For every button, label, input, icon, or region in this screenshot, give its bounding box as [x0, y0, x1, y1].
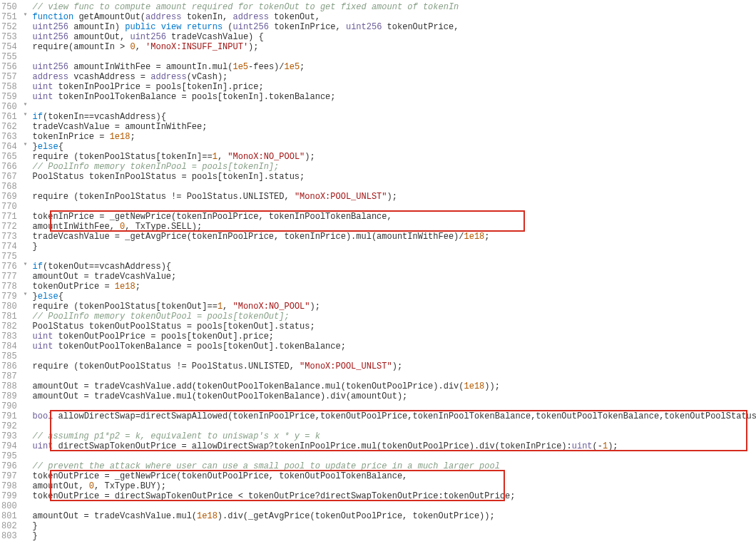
fold-marker[interactable]: ▾ [21, 289, 30, 299]
line-number: 782 [1, 321, 17, 331]
code-line[interactable] [33, 401, 756, 411]
token-plain: ; [300, 62, 305, 72]
code-line[interactable] [33, 451, 756, 461]
code-line[interactable]: // PoolInfo memory tokenInPool = pools[t… [33, 161, 756, 171]
line-number: 763 [1, 131, 17, 141]
fold-marker[interactable]: ▾ [21, 10, 30, 20]
code-line[interactable]: }else{ [33, 291, 756, 301]
line-number: 778 [1, 281, 17, 291]
token-number: 1e5 [285, 62, 300, 72]
fold-marker [21, 180, 30, 190]
token-string: 'MonoX:INSUFF_INPUT' [145, 42, 248, 52]
code-line[interactable]: uint tokenInPoolTokenBalance = pools[tok… [33, 91, 756, 101]
token-plain: tokenOut, [269, 12, 320, 22]
line-number: 766 [1, 161, 17, 171]
fold-marker[interactable]: ▾ [21, 110, 30, 120]
token-string: "MonoX:NO_POOL" [233, 302, 310, 312]
code-line[interactable] [33, 251, 756, 261]
code-line[interactable]: }else{ [33, 141, 756, 151]
token-plain: tokenOutPoolTokenBalance = pools[tokenOu… [53, 342, 345, 351]
line-number: 750 [1, 1, 17, 11]
code-line[interactable]: tradeVcashValue = amountInWithFee; [33, 121, 756, 131]
code-line[interactable]: function getAmountOut(address tokenIn, a… [33, 11, 756, 21]
line-number: 760 [1, 101, 17, 111]
token-plain: tradeVcashValue = _getAvgPrice(tokenInPo… [33, 232, 464, 242]
token-comment: // PoolInfo memory tokenInPool = pools[t… [33, 162, 280, 172]
code-line[interactable]: } [33, 520, 756, 530]
line-number: 791 [1, 411, 17, 421]
token-keyword: else [38, 292, 58, 302]
code-line[interactable]: uint256 amountOut, uint256 tradeVcashVal… [33, 31, 756, 41]
token-keyword: function [33, 12, 74, 22]
code-line[interactable]: } [33, 241, 756, 251]
code-line[interactable] [33, 181, 756, 191]
code-line[interactable]: amountOut = tradeVcashValue.add(tokenOut… [33, 381, 756, 391]
token-plain: (tokenOut==vcashAddress){ [43, 262, 171, 272]
line-number: 752 [1, 21, 17, 31]
code-line[interactable]: uint256 amountIn) public view returns (u… [33, 21, 756, 31]
code-line[interactable]: } [33, 530, 756, 540]
code-line[interactable]: amountInWithFee, 0, TxType.SELL); [33, 221, 756, 231]
code-line[interactable]: tokenOutPrice = directSwapTokenOutPrice … [33, 491, 756, 501]
token-type: uint256 [346, 22, 382, 32]
fold-marker [21, 30, 30, 40]
code-line[interactable]: if(tokenOut==vcashAddress){ [33, 261, 756, 271]
token-plain: tokenOutPoolPrice = pools[tokenOut].pric… [53, 332, 274, 342]
code-line[interactable]: tradeVcashValue = _getAvgPrice(tokenInPo… [33, 231, 756, 241]
fold-marker [21, 489, 30, 499]
line-number: 801 [1, 510, 17, 520]
code-area[interactable]: // view func to compute amount required … [30, 0, 756, 542]
code-line[interactable] [33, 101, 756, 111]
fold-marker[interactable]: ▾ [21, 260, 30, 270]
code-line[interactable]: uint tokenOutPoolPrice = pools[tokenOut]… [33, 331, 756, 341]
code-line[interactable]: // view func to compute amount required … [33, 1, 756, 11]
code-line[interactable]: bool allowDirectSwap=directSwapAllowed(t… [33, 411, 756, 421]
code-line[interactable]: uint directSwapTokenOutPrice = allowDire… [33, 441, 756, 451]
code-line[interactable] [33, 371, 756, 381]
fold-marker [21, 170, 30, 180]
code-line[interactable]: amountOut = tradeVcashValue.mul(1e18).di… [33, 510, 756, 520]
code-line[interactable]: PoolStatus tokenInPoolStatus = pools[tok… [33, 171, 756, 181]
code-line[interactable]: require (tokenPoolStatus[tokenIn]==1, "M… [33, 151, 756, 161]
code-line[interactable] [33, 421, 756, 431]
fold-marker[interactable]: ▾ [21, 100, 30, 110]
code-line[interactable]: require (tokenPoolStatus[tokenOut]==1, "… [33, 301, 756, 311]
code-line[interactable] [33, 501, 756, 510]
fold-marker [21, 220, 30, 230]
code-line[interactable]: require(amountIn > 0, 'MonoX:INSUFF_INPU… [33, 41, 756, 51]
code-line[interactable]: PoolStatus tokenOutPoolStatus = pools[to… [33, 321, 756, 331]
token-plain: } [33, 531, 38, 541]
code-line[interactable]: uint tokenOutPoolTokenBalance = pools[to… [33, 341, 756, 351]
code-line[interactable]: amountOut, 0, TxType.BUY); [33, 481, 756, 491]
code-line[interactable] [33, 201, 756, 211]
line-number: 787 [1, 371, 17, 381]
token-comment: // view func to compute amount required … [33, 2, 459, 12]
line-number: 794 [1, 441, 17, 451]
code-line[interactable]: address vcashAddress = address(vCash); [33, 71, 756, 81]
fold-marker[interactable]: ▾ [21, 140, 30, 150]
token-plain: amountOut = tradeVcashValue.add(tokenOut… [33, 381, 464, 391]
token-keyword: returns [187, 22, 223, 32]
code-line[interactable]: tokenInPrice = _getNewPrice(tokenInPoolP… [33, 211, 756, 221]
code-line[interactable]: tokenInPrice = 1e18; [33, 131, 756, 141]
token-plain: , [136, 42, 145, 52]
token-plain: amountOut, [33, 481, 89, 491]
code-line[interactable] [33, 51, 756, 61]
code-line[interactable]: uint tokenInPoolPrice = pools[tokenIn].p… [33, 81, 756, 91]
code-line[interactable]: tokenOutPrice = _getNewPrice(tokenOutPoo… [33, 471, 756, 481]
code-line[interactable]: amountOut = tradeVcashValue.mul(tokenOut… [33, 391, 756, 401]
token-plain: , TxType.SELL); [125, 222, 202, 232]
code-line[interactable]: require (tokenOutPoolStatus != PoolStatu… [33, 361, 756, 371]
code-line[interactable]: require (tokenInPoolStatus != PoolStatus… [33, 191, 756, 201]
code-line[interactable] [33, 351, 756, 361]
code-line[interactable]: // assuming p1*p2 = k, equivalent to uni… [33, 431, 756, 441]
line-number: 789 [1, 391, 17, 401]
token-string: "MonoX:POOL_UNLST" [295, 192, 387, 202]
token-plain: { [58, 142, 63, 152]
code-line[interactable]: // PoolInfo memory tokenOutPool = pools[… [33, 311, 756, 321]
code-line[interactable]: amountOut = tradeVcashValue; [33, 271, 756, 281]
code-line[interactable]: tokenOutPrice = 1e18; [33, 281, 756, 291]
code-line[interactable]: if(tokenIn==vcashAddress){ [33, 111, 756, 121]
code-line[interactable]: // prevent the attack where user can use… [33, 461, 756, 471]
code-line[interactable]: uint256 amountInWithFee = amountIn.mul(1… [33, 61, 756, 71]
